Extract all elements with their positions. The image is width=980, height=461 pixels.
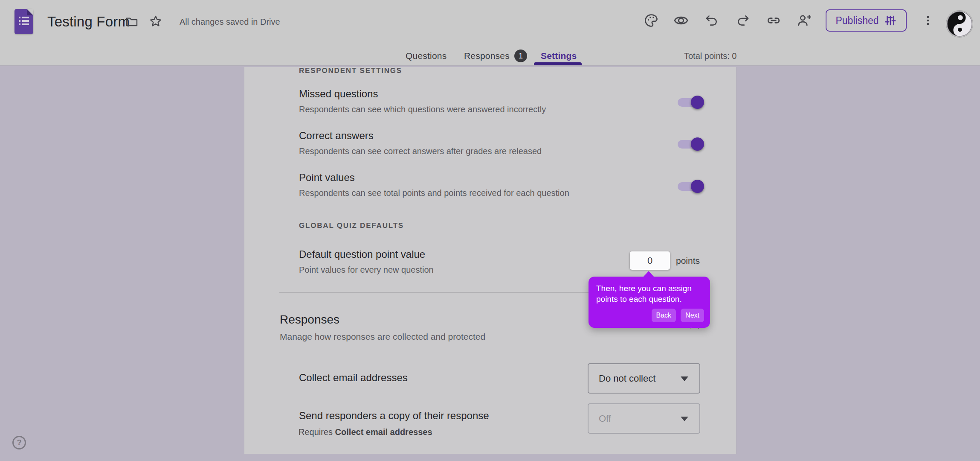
logo-list-glyph xyxy=(19,17,29,27)
global-quiz-defaults-label: GLOBAL QUIZ DEFAULTS xyxy=(299,222,404,230)
respondent-settings-label: RESPONDENT SETTINGS xyxy=(299,67,402,75)
star-icon[interactable] xyxy=(147,13,164,30)
send-copy-dropdown[interactable]: Off xyxy=(588,403,700,434)
setting-title-default-point-value: Default question point value xyxy=(299,248,425,260)
setting-title-correct-answers: Correct answers xyxy=(299,130,374,142)
toggle-missed-questions[interactable] xyxy=(678,96,703,109)
setting-desc-default-point-value: Point values for every new question xyxy=(299,265,434,275)
redo-icon[interactable] xyxy=(734,12,751,29)
setting-desc-missed-questions: Respondents can see which questions were… xyxy=(299,105,546,114)
dropdown-caret-icon xyxy=(681,417,688,421)
responses-section-title: Responses xyxy=(280,313,339,327)
tooltip-text: Then, here you can assign points to each… xyxy=(589,277,710,304)
logo-fold-cut xyxy=(27,9,33,15)
collect-email-dropdown-value: Do not collect xyxy=(599,373,655,384)
setting-title-missed-questions: Missed questions xyxy=(299,88,378,100)
save-status[interactable]: All changes saved in Drive xyxy=(180,17,280,27)
tooltip-back-button[interactable]: Back xyxy=(652,309,676,322)
collect-email-dropdown[interactable]: Do not collect xyxy=(588,363,700,394)
toggle-thumb xyxy=(691,137,704,151)
dropdown-caret-icon xyxy=(681,376,688,381)
forms-logo-icon[interactable] xyxy=(14,9,33,34)
tab-responses[interactable]: Responses xyxy=(464,51,510,61)
copy-link-icon[interactable] xyxy=(765,12,782,29)
toggle-correct-answers[interactable] xyxy=(678,137,703,151)
toggle-thumb xyxy=(691,180,704,193)
setting-title-collect-email: Collect email addresses xyxy=(299,372,408,384)
default-points-input[interactable] xyxy=(630,251,670,270)
responses-count-badge: 1 xyxy=(514,50,527,62)
toggle-point-values[interactable] xyxy=(678,180,703,193)
tooltip-caret-up xyxy=(643,271,654,277)
tab-questions[interactable]: Questions xyxy=(406,51,447,61)
customize-theme-icon[interactable] xyxy=(643,12,660,29)
toggle-thumb xyxy=(691,96,704,109)
setting-title-send-copy: Send responders a copy of their response xyxy=(299,410,489,422)
help-icon[interactable]: ? xyxy=(12,436,26,449)
account-avatar[interactable] xyxy=(946,11,973,37)
requires-prefix: Requires xyxy=(299,427,335,437)
preview-eye-icon[interactable] xyxy=(673,12,690,29)
app-header: Testing Form All changes saved in Drive xyxy=(0,0,980,66)
form-title[interactable]: Testing Form xyxy=(47,14,130,30)
tab-settings[interactable]: Settings xyxy=(541,51,577,61)
more-options-kebab-icon[interactable] xyxy=(919,12,937,29)
responses-section-description: Manage how responses are collected and p… xyxy=(280,332,485,342)
move-folder-icon[interactable] xyxy=(123,13,140,30)
published-label: Published xyxy=(835,15,879,26)
requires-target: Collect email addresses xyxy=(335,427,432,437)
setting-title-point-values: Point values xyxy=(299,172,355,184)
send-copy-requires-note: Requires Collect email addresses xyxy=(299,427,432,437)
tutorial-tooltip: Then, here you can assign points to each… xyxy=(589,277,710,328)
send-copy-dropdown-value: Off xyxy=(599,413,611,424)
publish-settings-sliders-icon xyxy=(884,14,897,27)
active-tab-underline xyxy=(534,62,582,65)
setting-desc-correct-answers: Respondents can see correct answers afte… xyxy=(299,146,542,156)
published-button[interactable]: Published xyxy=(826,9,907,32)
add-collaborators-icon[interactable] xyxy=(795,12,812,29)
total-points-label: Total points: 0 xyxy=(684,51,736,61)
undo-icon[interactable] xyxy=(703,12,720,29)
points-unit-label: points xyxy=(676,256,700,266)
tooltip-next-button[interactable]: Next xyxy=(681,309,704,322)
setting-desc-point-values: Respondents can see total points and poi… xyxy=(299,188,569,198)
